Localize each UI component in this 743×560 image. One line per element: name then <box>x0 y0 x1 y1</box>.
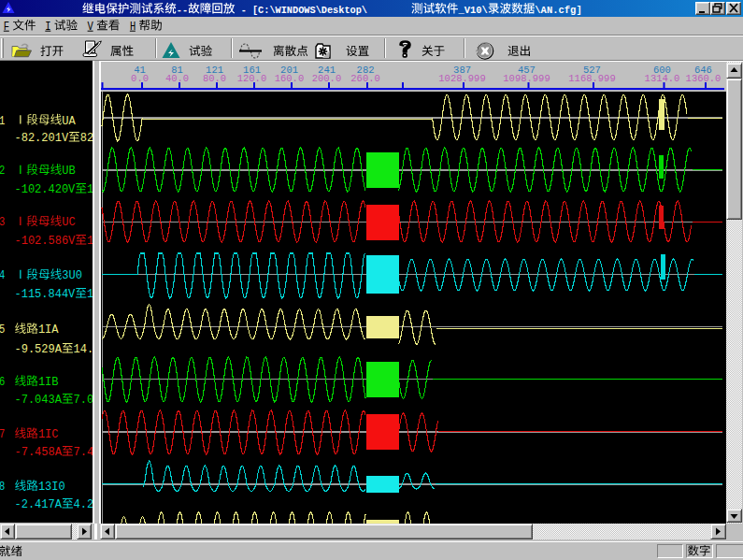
svg-text:7.4: 7.4 <box>74 445 93 459</box>
svg-text:1IC: 1IC <box>38 427 59 441</box>
svg-text:1168.999: 1168.999 <box>568 72 615 83</box>
svg-text:1IA: 1IA <box>38 323 59 337</box>
svg-text:2: 2 <box>0 165 5 178</box>
svg-text:1360.0: 1360.0 <box>685 72 721 83</box>
svg-text:1028.999: 1028.999 <box>438 72 485 83</box>
svg-text:1IB: 1IB <box>38 375 59 389</box>
svg-text:UC: UC <box>62 215 75 229</box>
svg-text:6: 6 <box>0 376 5 389</box>
svg-text:200.0: 200.0 <box>311 72 341 83</box>
svg-text:-115.844V: -115.844V <box>15 287 77 301</box>
svg-text:_V10\: _V10\ <box>458 4 488 17</box>
svg-text:-2.417A: -2.417A <box>15 497 63 511</box>
svg-text:80.0: 80.0 <box>202 72 225 83</box>
svg-text:40.0: 40.0 <box>164 72 188 83</box>
svg-text:260.0: 260.0 <box>350 72 380 83</box>
svg-text:UB: UB <box>62 164 75 178</box>
svg-text:-82.201V: -82.201V <box>15 131 69 145</box>
svg-text:0.0: 0.0 <box>131 72 149 83</box>
svg-text:3U0: 3U0 <box>62 268 82 282</box>
svg-text:--: -- <box>177 4 188 17</box>
svg-text:3: 3 <box>0 216 5 229</box>
svg-text:8: 8 <box>0 481 5 494</box>
svg-text:-102.420V: -102.420V <box>15 182 77 196</box>
svg-text:4: 4 <box>0 269 5 282</box>
svg-text:-9.529A: -9.529A <box>15 342 63 356</box>
svg-text:120.0: 120.0 <box>236 72 266 83</box>
svg-text:13I0: 13I0 <box>38 480 65 494</box>
svg-text:\AN.cfg]: \AN.cfg] <box>535 4 581 17</box>
svg-text:160.0: 160.0 <box>274 72 304 83</box>
svg-text:-7.458A: -7.458A <box>15 445 63 459</box>
svg-text:UA: UA <box>62 114 76 128</box>
svg-text:4.2: 4.2 <box>74 497 93 511</box>
svg-text:7.0: 7.0 <box>74 393 93 407</box>
svg-text:14.: 14. <box>74 342 93 356</box>
svg-text:7: 7 <box>0 428 5 441</box>
svg-text:1: 1 <box>0 115 5 128</box>
svg-text:1314.0: 1314.0 <box>644 72 679 83</box>
svg-text:-7.043A: -7.043A <box>15 393 63 407</box>
svg-text:1098.999: 1098.999 <box>503 72 550 83</box>
svg-text:82: 82 <box>80 131 93 145</box>
svg-text:5: 5 <box>0 323 5 337</box>
svg-text:-102.586V: -102.586V <box>15 234 77 248</box>
svg-text:- [C:\WINDOWS\Desktop\: - [C:\WINDOWS\Desktop\ <box>236 4 368 17</box>
